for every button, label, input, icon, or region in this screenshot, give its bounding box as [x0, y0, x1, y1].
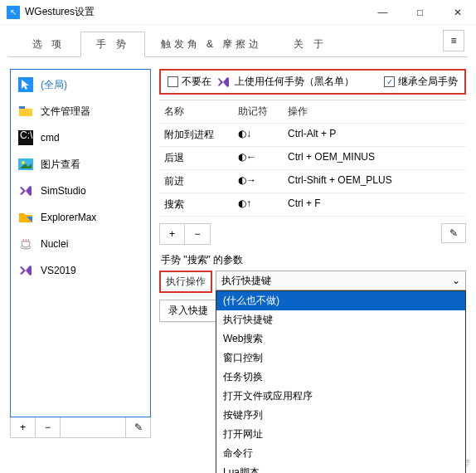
dropdown-item[interactable]: Web搜索 [216, 329, 465, 349]
remove-gesture-button[interactable]: − [185, 224, 210, 244]
record-shortcut-button[interactable]: 录入快捷 [159, 300, 217, 322]
action-combobox[interactable]: 执行快捷键 ⌄ [216, 271, 466, 290]
combo-value: 执行快捷键 [221, 274, 271, 288]
coffee-icon [17, 236, 34, 252]
add-gesture-button[interactable]: + [160, 224, 185, 244]
action-dropdown[interactable]: (什么也不做) 执行快捷键 Web搜索 窗口控制 任务切换 打开文件或应用程序 … [216, 290, 466, 473]
tab-gestures[interactable]: 手 势 [80, 32, 144, 57]
maximize-button[interactable]: □ [401, 0, 439, 25]
dropdown-item[interactable]: Lua脚本 [216, 463, 465, 473]
table-row[interactable]: 附加到进程 ◐↓ Ctrl-Alt + P [159, 124, 466, 147]
dropdown-item[interactable]: 打开文件或应用程序 [216, 387, 465, 406]
sidebar-item-nuclei[interactable]: Nuclei [11, 231, 150, 257]
sidebar-label: cmd [41, 132, 60, 144]
dropdown-item[interactable]: (什么也不做) [216, 291, 465, 310]
svg-point-5 [22, 161, 25, 164]
svg-rect-1 [19, 106, 25, 109]
gesture-options-highlight: 不要在 上使用任何手势（黑名单） ✓ 继承全局手势 [159, 69, 466, 95]
svg-text:C:\: C:\ [20, 130, 33, 141]
sidebar-item-filemanager[interactable]: 文件管理器 [11, 98, 150, 124]
table-row[interactable]: 后退 ◐← Ctrl + OEM_MINUS [159, 147, 466, 170]
sidebar-label: 文件管理器 [41, 105, 90, 119]
sidebar-item-imageviewer[interactable]: 图片查看 [11, 151, 150, 178]
remove-app-button[interactable]: − [36, 417, 61, 437]
dropdown-item[interactable]: 打开网址 [216, 425, 465, 444]
vs-icon [216, 76, 230, 89]
app-icon: ↖ [7, 6, 20, 19]
blacklist-post: 上使用任何手势（黑名单） [235, 75, 354, 89]
col-name[interactable]: 名称 [159, 105, 238, 119]
sidebar-label: SimStudio [41, 185, 86, 197]
sidebar-label: (全局) [41, 78, 67, 92]
sidebar-item-vs2019[interactable]: VS2019 [11, 257, 150, 284]
cursor-icon [17, 76, 34, 93]
params-title: 手势 "搜索" 的参数 [159, 253, 466, 267]
dropdown-item[interactable]: 任务切换 [216, 368, 465, 387]
chevron-down-icon: ⌄ [452, 275, 460, 286]
edit-app-button[interactable]: ✎ [125, 417, 150, 437]
add-app-button[interactable]: + [11, 417, 36, 437]
tab-options[interactable]: 选 项 [17, 32, 80, 57]
sidebar-label: 图片查看 [41, 158, 80, 172]
sidebar-item-cmd[interactable]: C:\ cmd [11, 124, 150, 151]
col-action[interactable]: 操作 [288, 105, 466, 119]
edit-gesture-button[interactable]: ✎ [441, 223, 466, 243]
inherit-label: 继承全局手势 [398, 75, 458, 89]
table-row[interactable]: 前进 ◐→ Ctrl-Shift + OEM_PLUS [159, 170, 466, 193]
tab-about[interactable]: 关 于 [278, 32, 342, 57]
tab-triggers[interactable]: 触发角 & 摩擦边 [145, 32, 279, 57]
folder-icon [17, 103, 34, 119]
image-icon [17, 156, 34, 173]
blacklist-pre: 不要在 [182, 75, 211, 89]
col-mnemonic[interactable]: 助记符 [238, 105, 288, 119]
close-button[interactable]: ✕ [439, 0, 476, 25]
table-row[interactable]: 搜索 ◐↑ Ctrl + F [159, 193, 466, 217]
inherit-checkbox[interactable]: ✓ [384, 76, 395, 87]
dropdown-item[interactable]: 命令行 [216, 444, 465, 463]
dropdown-item[interactable]: 窗口控制 [216, 349, 465, 368]
window-title: WGestures设置 [25, 5, 364, 19]
sidebar-label: ExplorerMax [41, 212, 96, 223]
blacklist-checkbox[interactable] [168, 76, 178, 87]
sidebar-item-simstudio[interactable]: SimStudio [11, 178, 150, 204]
menu-button[interactable]: ≡ [443, 30, 464, 51]
action-label: 执行操作 [159, 271, 212, 293]
folderx-icon [17, 209, 34, 226]
minimize-button[interactable]: — [364, 0, 401, 25]
sidebar-item-global[interactable]: (全局) [11, 71, 150, 98]
app-list[interactable]: (全局) 文件管理器 C:\ cmd 图片查看 SimStudio Explor… [10, 69, 151, 417]
vs-icon [17, 262, 34, 279]
dropdown-item[interactable]: 执行快捷键 [216, 310, 465, 329]
cmd-icon: C:\ [17, 129, 34, 146]
sidebar-item-explorermax[interactable]: ExplorerMax [11, 204, 150, 231]
sidebar-label: VS2019 [41, 265, 76, 276]
dropdown-item[interactable]: 按键序列 [216, 406, 465, 425]
gesture-table: 名称 助记符 操作 附加到进程 ◐↓ Ctrl-Alt + P 后退 ◐← Ct… [159, 100, 466, 217]
vs-icon [17, 183, 34, 199]
sidebar-label: Nuclei [41, 238, 68, 250]
